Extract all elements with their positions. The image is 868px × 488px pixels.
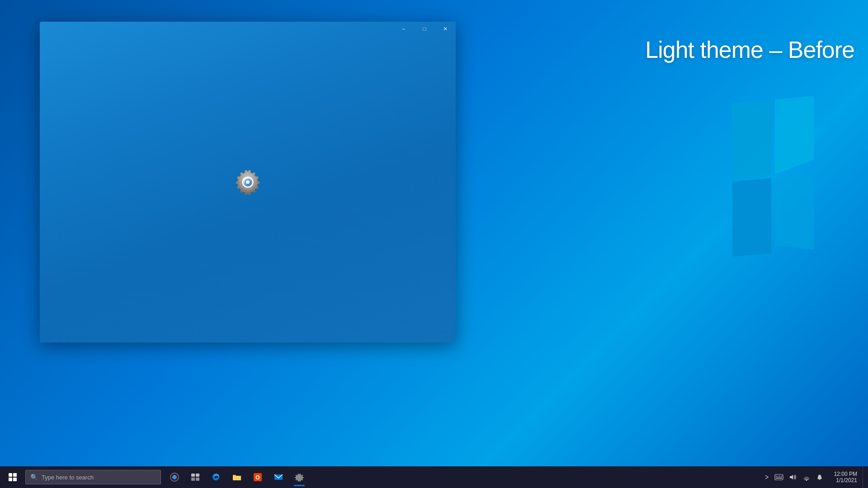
window-titlebar: – □ ✕ bbox=[393, 22, 456, 36]
tray-notification-icon[interactable] bbox=[814, 466, 825, 488]
svg-rect-18 bbox=[781, 476, 782, 477]
maximize-button[interactable]: □ bbox=[414, 22, 435, 36]
taskbar-clock[interactable]: 12:00 PM 1/1/2021 bbox=[829, 466, 863, 488]
windows-logo-watermark bbox=[732, 99, 814, 262]
close-button[interactable]: ✕ bbox=[435, 22, 456, 36]
search-bar[interactable]: 🔍 Type here to search bbox=[25, 470, 161, 484]
clock-date: 1/1/2021 bbox=[836, 477, 857, 483]
desktop: Light theme – Before – □ ✕ bbox=[0, 0, 868, 488]
tray-keyboard-icon[interactable] bbox=[773, 466, 785, 488]
tray-chevron-icon[interactable] bbox=[763, 466, 771, 488]
search-placeholder: Type here to search bbox=[42, 474, 94, 481]
svg-rect-14 bbox=[775, 474, 783, 480]
window-content bbox=[40, 22, 456, 343]
taskbar-app-mail[interactable] bbox=[269, 467, 288, 487]
taskbar-app-taskview[interactable] bbox=[185, 467, 205, 487]
svg-point-20 bbox=[806, 480, 807, 481]
taskbar-app-explorer[interactable] bbox=[227, 467, 247, 487]
loading-gear-icon bbox=[232, 166, 264, 198]
overlay-title: Light theme – Before bbox=[645, 36, 854, 63]
svg-point-3 bbox=[246, 180, 250, 184]
system-tray bbox=[763, 466, 829, 488]
start-button[interactable] bbox=[2, 466, 24, 488]
svg-rect-7 bbox=[196, 474, 199, 477]
minimize-button[interactable]: – bbox=[393, 22, 414, 36]
clock-time: 12:00 PM bbox=[834, 471, 857, 477]
svg-rect-17 bbox=[779, 476, 780, 477]
taskbar: 🔍 Type here to search bbox=[0, 466, 868, 488]
settings-window: – □ ✕ bbox=[40, 22, 456, 343]
svg-rect-19 bbox=[776, 478, 782, 479]
svg-text:O: O bbox=[255, 474, 259, 481]
svg-rect-8 bbox=[191, 478, 195, 481]
taskbar-app-cortana[interactable] bbox=[165, 467, 184, 487]
taskbar-app-edge[interactable] bbox=[206, 467, 226, 487]
svg-rect-16 bbox=[778, 476, 778, 477]
tray-network-icon[interactable] bbox=[801, 466, 812, 488]
taskbar-app-settings[interactable] bbox=[289, 467, 309, 487]
taskbar-app-office[interactable]: O bbox=[248, 467, 268, 487]
svg-rect-9 bbox=[196, 478, 199, 481]
svg-rect-15 bbox=[776, 476, 777, 477]
svg-rect-6 bbox=[191, 474, 195, 477]
svg-point-5 bbox=[172, 475, 177, 479]
search-icon: 🔍 bbox=[30, 474, 38, 481]
tray-volume-icon[interactable] bbox=[787, 466, 799, 488]
show-desktop-button[interactable] bbox=[863, 466, 866, 488]
taskbar-apps: O bbox=[165, 467, 309, 487]
